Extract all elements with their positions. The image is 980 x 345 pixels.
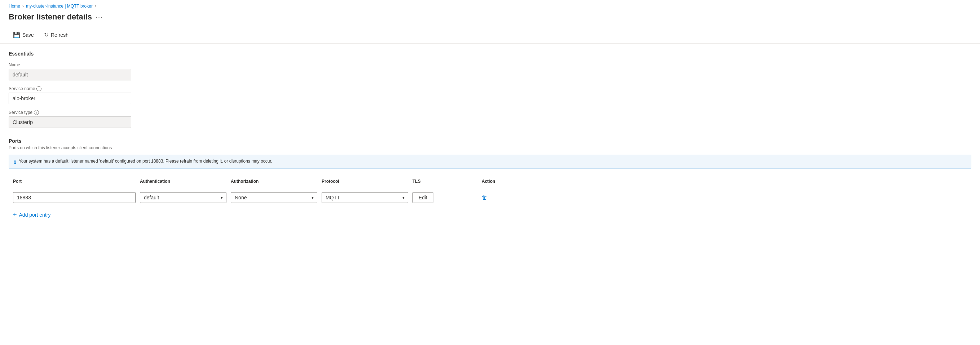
name-value: default (9, 69, 131, 80)
authorization-cell: None ▼ (231, 192, 317, 203)
info-banner-text: Your system has a default listener named… (19, 159, 272, 164)
ports-section: Ports Ports on which this listener accep… (9, 138, 971, 221)
service-type-label: Service type i (9, 110, 971, 115)
refresh-label: Refresh (51, 32, 68, 38)
name-field-group: Name default (9, 62, 971, 80)
breadcrumb-cluster[interactable]: my-cluster-instance | MQTT broker (26, 3, 93, 9)
breadcrumb: Home › my-cluster-instance | MQTT broker… (0, 0, 980, 11)
toolbar: 💾 Save ↻ Refresh (0, 26, 980, 44)
save-icon: 💾 (13, 31, 20, 38)
table-row: default ▼ None ▼ MQTT ▼ (9, 190, 971, 205)
col-action: Action (482, 179, 518, 184)
authorization-select[interactable]: None (231, 192, 317, 203)
refresh-icon: ↻ (44, 31, 49, 38)
protocol-cell: MQTT ▼ (321, 192, 408, 203)
service-type-info-icon[interactable]: i (34, 110, 39, 115)
tls-cell: Edit (412, 192, 477, 203)
breadcrumb-home[interactable]: Home (9, 3, 20, 9)
page-title: Broker listener details (9, 12, 92, 22)
name-label: Name (9, 62, 971, 67)
breadcrumb-sep-2: › (95, 3, 96, 9)
refresh-button[interactable]: ↻ Refresh (40, 29, 73, 40)
info-banner-icon: ℹ (14, 159, 16, 165)
page-header: Broker listener details ··· (0, 11, 980, 26)
breadcrumb-sep-1: › (22, 3, 24, 9)
more-options-icon[interactable]: ··· (95, 13, 103, 21)
authentication-cell: default ▼ (140, 192, 226, 203)
col-tls: TLS (412, 179, 477, 184)
add-port-plus-icon: + (13, 211, 17, 218)
col-port: Port (13, 179, 135, 184)
col-authorization: Authorization (231, 179, 317, 184)
delete-row-icon[interactable]: 🗑 (482, 194, 487, 200)
service-name-input[interactable] (9, 93, 131, 104)
ports-table: Port Authentication Authorization Protoc… (9, 176, 971, 205)
col-authentication: Authentication (140, 179, 226, 184)
tls-edit-button[interactable]: Edit (412, 192, 433, 203)
main-content: Essentials Name default Service name i S… (0, 51, 980, 236)
essentials-section: Essentials Name default Service name i S… (9, 51, 971, 128)
service-name-label: Service name i (9, 86, 971, 91)
add-port-label: Add port entry (19, 212, 51, 218)
port-cell (13, 192, 135, 203)
ports-title: Ports (9, 138, 971, 144)
ports-table-header: Port Authentication Authorization Protoc… (9, 176, 971, 187)
authentication-select[interactable]: default (140, 192, 226, 203)
protocol-select[interactable]: MQTT (321, 192, 408, 203)
ports-subtitle: Ports on which this listener accepts cli… (9, 145, 971, 150)
port-input[interactable] (13, 192, 135, 203)
service-type-field-group: Service type i ClusterIp (9, 110, 971, 128)
service-type-value: ClusterIp (9, 116, 131, 128)
info-banner: ℹ Your system has a default listener nam… (9, 155, 971, 169)
save-label: Save (22, 32, 34, 38)
service-name-info-icon[interactable]: i (37, 86, 41, 91)
save-button[interactable]: 💾 Save (9, 29, 38, 40)
essentials-title: Essentials (9, 51, 971, 57)
action-cell: 🗑 (482, 194, 518, 201)
service-name-field-group: Service name i (9, 86, 971, 104)
col-protocol: Protocol (321, 179, 408, 184)
add-port-button[interactable]: + Add port entry (9, 208, 55, 221)
